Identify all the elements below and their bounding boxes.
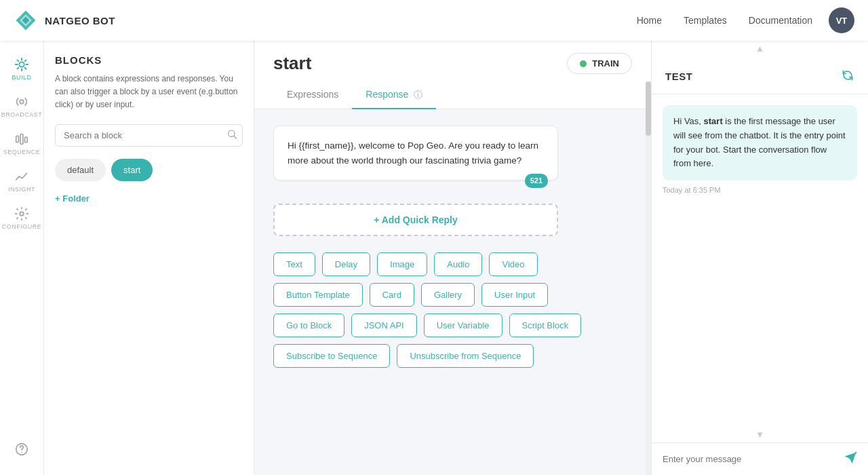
block-type-text[interactable]: Text bbox=[273, 252, 315, 276]
sidebar-item-help[interactable] bbox=[4, 436, 39, 464]
test-panel: ▲ TEST Hi Vas, start is the first messag… bbox=[651, 41, 868, 475]
block-type-row-2: Button Template Card Gallery User Input bbox=[273, 283, 632, 307]
nav-links: Home Templates Documentation bbox=[637, 15, 812, 26]
train-label: TRAIN bbox=[592, 58, 619, 69]
block-tag-default[interactable]: default bbox=[55, 159, 106, 181]
nav-documentation[interactable]: Documentation bbox=[749, 15, 812, 26]
search-button[interactable] bbox=[226, 129, 237, 142]
scroll-track bbox=[646, 81, 651, 475]
broadcast-icon bbox=[14, 94, 29, 109]
block-type-card[interactable]: Card bbox=[370, 283, 414, 307]
tab-response-info[interactable]: ⓘ bbox=[414, 90, 422, 100]
test-scroll-up[interactable]: ▲ bbox=[652, 41, 868, 56]
test-input[interactable] bbox=[663, 454, 838, 464]
topnav: NATGEO BOT Home Templates Documentation … bbox=[0, 0, 868, 41]
block-tag-start[interactable]: start bbox=[111, 159, 153, 181]
svg-point-10 bbox=[22, 452, 22, 453]
sidebar-title: BLOCKS bbox=[55, 54, 243, 66]
block-type-gallery[interactable]: Gallery bbox=[421, 283, 475, 307]
sidebar-item-build[interactable]: BUILD bbox=[4, 52, 39, 86]
search-input[interactable] bbox=[55, 124, 243, 147]
page-title: start bbox=[273, 53, 311, 74]
tab-expressions[interactable]: Expressions bbox=[273, 82, 352, 109]
svg-line-12 bbox=[234, 136, 237, 139]
help-icon bbox=[14, 442, 29, 457]
add-quick-reply-button[interactable]: + Add Quick Reply bbox=[273, 204, 558, 236]
scroll-thumb[interactable] bbox=[646, 81, 651, 136]
svg-point-8 bbox=[20, 212, 24, 216]
main-content: start TRAIN Expressions Response ⓘ bbox=[254, 41, 651, 475]
add-folder-button[interactable]: + Folder bbox=[55, 193, 243, 204]
test-message-bubble: Hi Vas, start is the first message the u… bbox=[663, 105, 857, 180]
block-type-go-to-block[interactable]: Go to Block bbox=[273, 314, 344, 337]
sidebar-item-configure[interactable]: CONFIGURE bbox=[4, 201, 39, 235]
svg-rect-5 bbox=[16, 136, 19, 142]
send-button[interactable] bbox=[844, 451, 857, 467]
configure-icon bbox=[14, 206, 29, 221]
sequence-icon bbox=[14, 132, 29, 147]
icon-bar: BUILD BROADCAST SEQUENCE INSIGHT bbox=[0, 41, 44, 475]
train-button[interactable]: TRAIN bbox=[567, 53, 632, 74]
app-title: NATGEO BOT bbox=[45, 15, 115, 26]
body-wrap: BUILD BROADCAST SEQUENCE INSIGHT bbox=[0, 41, 868, 475]
insight-icon bbox=[14, 169, 29, 184]
avatar[interactable]: VT bbox=[829, 7, 854, 33]
logo-area: NATGEO BOT bbox=[14, 8, 115, 33]
block-type-grid: Text Delay Image Audio Video Button Temp… bbox=[273, 252, 632, 368]
svg-point-4 bbox=[20, 100, 24, 104]
sidebar-item-sequence[interactable]: SEQUENCE bbox=[4, 126, 39, 161]
block-type-unsubscribe-sequence[interactable]: Unsubscribe from Sequence bbox=[397, 344, 534, 368]
test-input-row bbox=[652, 442, 868, 475]
block-type-user-input[interactable]: User Input bbox=[481, 283, 548, 307]
test-timestamp: Today at 6:35 PM bbox=[663, 186, 857, 194]
logo-icon bbox=[14, 8, 38, 33]
block-type-delay[interactable]: Delay bbox=[322, 252, 370, 276]
main-header: start TRAIN Expressions Response ⓘ bbox=[254, 41, 651, 109]
title-row: start TRAIN bbox=[273, 53, 632, 74]
block-type-row-3: Go to Block JSON API User Variable Scrip… bbox=[273, 314, 632, 337]
broadcast-label: BROADCAST bbox=[1, 111, 43, 118]
block-type-script-block[interactable]: Script Block bbox=[509, 314, 582, 337]
build-label: BUILD bbox=[12, 74, 31, 81]
train-status-dot bbox=[580, 60, 587, 67]
tab-bar: Expressions Response ⓘ bbox=[273, 82, 632, 109]
tab-response[interactable]: Response ⓘ bbox=[352, 82, 436, 109]
insight-label: INSIGHT bbox=[8, 186, 35, 193]
build-icon bbox=[14, 57, 29, 72]
sidebar: BLOCKS A block contains expressions and … bbox=[44, 41, 254, 475]
sidebar-item-insight[interactable]: INSIGHT bbox=[4, 164, 39, 198]
block-type-subscribe-sequence[interactable]: Subscribe to Sequence bbox=[273, 344, 390, 368]
block-type-user-variable[interactable]: User Variable bbox=[424, 314, 502, 337]
sidebar-description: A block contains expressions and respons… bbox=[55, 73, 243, 112]
svg-point-3 bbox=[19, 62, 24, 66]
send-icon bbox=[844, 451, 857, 465]
sidebar-item-broadcast[interactable]: BROADCAST bbox=[4, 89, 39, 124]
search-wrap bbox=[55, 124, 243, 147]
refresh-icon bbox=[841, 69, 854, 82]
block-type-row-4: Subscribe to Sequence Unsubscribe from S… bbox=[273, 344, 632, 368]
block-type-button-template[interactable]: Button Template bbox=[273, 283, 363, 307]
test-header: TEST bbox=[652, 56, 868, 94]
svg-rect-7 bbox=[25, 137, 28, 142]
block-type-row-1: Text Delay Image Audio Video bbox=[273, 252, 632, 276]
test-scroll-down[interactable]: ▼ bbox=[652, 427, 868, 442]
message-text: Hi {{first_name}}, welcome to Pop Geo. A… bbox=[288, 140, 538, 166]
svg-marker-14 bbox=[845, 453, 856, 464]
block-type-audio[interactable]: Audio bbox=[434, 252, 482, 276]
block-type-image[interactable]: Image bbox=[377, 252, 427, 276]
svg-rect-6 bbox=[20, 134, 23, 145]
char-count-badge: 521 bbox=[525, 174, 548, 189]
search-icon bbox=[226, 129, 237, 140]
refresh-button[interactable] bbox=[841, 69, 854, 84]
block-type-json-api[interactable]: JSON API bbox=[351, 314, 417, 337]
configure-label: CONFIGURE bbox=[2, 223, 42, 230]
block-tags: default start bbox=[55, 159, 243, 181]
nav-home[interactable]: Home bbox=[637, 15, 662, 26]
test-messages: Hi Vas, start is the first message the u… bbox=[652, 94, 868, 271]
block-type-video[interactable]: Video bbox=[489, 252, 537, 276]
canvas: Hi {{first_name}}, welcome to Pop Geo. A… bbox=[254, 109, 651, 475]
nav-templates[interactable]: Templates bbox=[684, 15, 727, 26]
message-bubble: Hi {{first_name}}, welcome to Pop Geo. A… bbox=[273, 126, 558, 180]
sequence-label: SEQUENCE bbox=[3, 149, 41, 155]
test-title: TEST bbox=[665, 71, 692, 82]
